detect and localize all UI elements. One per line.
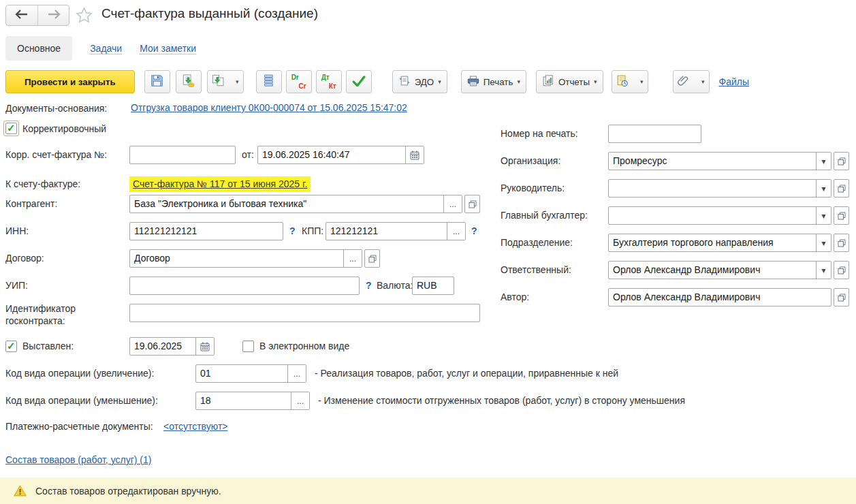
document-log-button[interactable]: ▾ [612, 70, 648, 93]
save-button[interactable] [144, 70, 170, 93]
check-fill-button[interactable] [346, 70, 372, 93]
manager-label: Руководитель: [501, 179, 565, 198]
payment-docs-link[interactable]: <отсутствуют> [163, 421, 228, 432]
uip-field[interactable] [129, 277, 360, 295]
kpp-field[interactable]: 121212121 ... [326, 222, 466, 240]
dtkt-button[interactable]: ДтКт [316, 70, 342, 93]
responsible-field[interactable]: Орлов Александр Владимирович ▾ [608, 261, 849, 279]
edo-icon [398, 75, 411, 89]
warning-triangle-icon [14, 485, 27, 497]
corr-date-field[interactable]: 19.06.2025 16:40:47 [257, 146, 424, 164]
post-document-button[interactable] [176, 70, 202, 93]
print-number-label: Номер на печать: [501, 125, 578, 143]
open-icon[interactable] [834, 288, 849, 306]
dropdown-caret-icon: ▾ [517, 79, 520, 85]
reports-button[interactable]: Отчеты ▾ [536, 70, 603, 93]
dtkt-icon: ДтКт [321, 74, 337, 90]
ellipsis-icon[interactable]: ... [291, 392, 309, 409]
corr-number-field[interactable] [129, 146, 236, 164]
chief-accountant-label: Главный бухгалтер: [501, 206, 588, 225]
files-link[interactable]: Файлы [719, 76, 749, 87]
dropdown-arrow-icon[interactable]: ▾ [816, 207, 831, 224]
open-icon[interactable] [464, 195, 480, 213]
tab-main[interactable]: Основное [5, 36, 72, 61]
print-number-field[interactable] [608, 125, 701, 143]
organization-field[interactable]: Промресурс ▾ [608, 152, 849, 170]
dropdown-arrow-icon[interactable]: ▾ [816, 262, 831, 279]
open-icon[interactable] [834, 152, 849, 170]
open-icon[interactable] [834, 206, 849, 225]
op-decrease-description: - Изменение стоимости отгруженных товаро… [318, 392, 685, 410]
edo-button[interactable]: ЭДО ▾ [392, 70, 447, 93]
check-icon: ✓ [7, 341, 16, 351]
open-icon[interactable] [834, 261, 849, 279]
corr-date-label: от: [242, 146, 254, 164]
author-field[interactable]: Орлов Александр Владимирович [608, 288, 849, 306]
tab-tasks[interactable]: Задачи [90, 43, 122, 54]
register-records-button[interactable] [256, 70, 282, 93]
create-based-on-button[interactable]: ▾ [207, 70, 244, 93]
op-decrease-label: Код вида операции (уменьшение): [5, 392, 158, 410]
attachments-button[interactable]: ▾ [673, 70, 710, 93]
tab-notes[interactable]: Мои заметки [140, 43, 196, 54]
drcr-icon: DrCr [291, 74, 307, 90]
electronic-label: В электронном виде [259, 337, 349, 356]
page-title: Счет-фактура выданный (создание) [101, 6, 318, 21]
manager-field[interactable]: ▾ [608, 179, 849, 198]
ellipsis-icon[interactable]: ... [443, 195, 462, 212]
kpp-help-icon[interactable]: ? [471, 222, 477, 240]
base-documents-link[interactable]: Отгрузка товаров клиенту 0К00-000074 от … [131, 102, 407, 113]
issued-date-field[interactable]: 19.06.2025 [129, 337, 215, 356]
inn-help-icon[interactable]: ? [289, 222, 296, 240]
issued-checkbox[interactable]: ✓ [5, 341, 17, 352]
dropdown-arrow-icon[interactable]: ▾ [816, 180, 831, 197]
counterparty-label: Контрагент: [5, 195, 57, 213]
create-based-on-icon [212, 74, 225, 89]
inn-field[interactable]: 112121212121 [129, 222, 283, 240]
goods-content-link[interactable]: Состав товаров (работ, услуг) (1) [5, 454, 151, 465]
dropdown-caret-icon: ▾ [701, 79, 705, 85]
reports-label: Отчеты [558, 77, 590, 87]
dropdown-arrow-icon[interactable]: ▾ [816, 234, 831, 251]
currency-field[interactable]: RUB [412, 277, 454, 295]
op-increase-field[interactable]: 01 ... [195, 364, 306, 383]
uip-label: УИП: [5, 277, 28, 295]
chief-accountant-field[interactable]: ▾ [608, 206, 849, 225]
document-clock-icon [616, 75, 629, 89]
calendar-icon[interactable] [405, 146, 424, 163]
forward-button[interactable] [37, 5, 69, 25]
to-invoice-link[interactable]: Счет-фактура № 117 от 15 июня 2025 г. [129, 176, 311, 192]
favorite-star-icon[interactable] [75, 6, 93, 27]
open-icon[interactable] [834, 234, 849, 252]
back-arrow-icon [15, 10, 29, 21]
register-stack-icon [263, 74, 274, 89]
base-documents-label: Документы-основания: [5, 101, 107, 115]
dropdown-arrow-icon[interactable]: ▾ [816, 153, 831, 170]
contract-field[interactable]: Договор ... [129, 249, 380, 268]
nav-history-group [5, 5, 69, 26]
print-label: Печать [484, 77, 513, 87]
op-increase-label: Код вида операции (увеличение): [5, 364, 154, 383]
post-and-close-button[interactable]: Провести и закрыть [5, 70, 135, 93]
ellipsis-icon[interactable]: ... [287, 365, 306, 382]
paperclip-icon [678, 75, 689, 89]
print-button[interactable]: Печать ▾ [461, 70, 526, 93]
drcr-button[interactable]: DrCr [286, 70, 312, 93]
back-button[interactable] [6, 5, 37, 25]
counterparty-field[interactable]: База "Электроника и бытовая техника" ... [129, 195, 480, 213]
edo-label: ЭДО [415, 77, 434, 87]
ellipsis-icon[interactable]: ... [343, 250, 362, 267]
op-decrease-field[interactable]: 18 ... [195, 392, 310, 410]
open-icon[interactable] [834, 179, 849, 198]
calendar-icon[interactable] [195, 338, 214, 355]
corrective-checkbox[interactable]: ✓ [5, 123, 17, 134]
corrective-label: Корректировочный [22, 120, 106, 138]
dropdown-caret-icon: ▾ [640, 79, 644, 85]
gov-contract-field[interactable] [129, 304, 480, 322]
uip-help-icon[interactable]: ? [366, 277, 372, 295]
department-field[interactable]: Бухгалтерия торгового направления ▾ [608, 234, 849, 252]
ellipsis-icon[interactable]: ... [447, 223, 465, 240]
open-icon[interactable] [364, 249, 380, 268]
electronic-checkbox[interactable]: ✓ [242, 341, 254, 352]
forward-arrow-icon [47, 10, 61, 21]
